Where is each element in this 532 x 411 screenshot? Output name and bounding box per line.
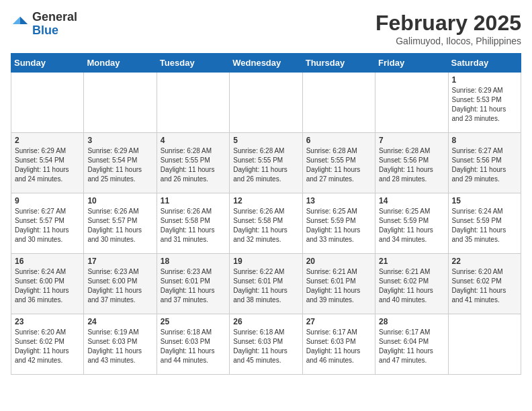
day-number: 11 <box>161 196 226 205</box>
col-header-thursday: Thursday <box>302 54 375 73</box>
calendar-cell: 19Sunrise: 6:22 AM Sunset: 6:01 PM Dayli… <box>230 254 302 314</box>
day-info: Sunrise: 6:28 AM Sunset: 5:55 PM Dayligh… <box>161 146 226 184</box>
calendar-cell: 8Sunrise: 6:27 AM Sunset: 5:56 PM Daylig… <box>448 133 521 193</box>
day-info: Sunrise: 6:29 AM Sunset: 5:53 PM Dayligh… <box>452 86 517 124</box>
day-info: Sunrise: 6:23 AM Sunset: 6:01 PM Dayligh… <box>161 267 226 305</box>
day-number: 24 <box>87 317 152 326</box>
calendar-cell: 13Sunrise: 6:25 AM Sunset: 5:59 PM Dayli… <box>302 193 375 254</box>
day-info: Sunrise: 6:24 AM Sunset: 6:00 PM Dayligh… <box>15 267 80 305</box>
day-info: Sunrise: 6:19 AM Sunset: 6:03 PM Dayligh… <box>87 328 152 365</box>
day-number: 4 <box>161 136 226 145</box>
col-header-monday: Monday <box>84 54 157 73</box>
calendar-week-row: 1Sunrise: 6:29 AM Sunset: 5:53 PM Daylig… <box>11 73 521 133</box>
day-number: 5 <box>233 136 298 145</box>
day-info: Sunrise: 6:22 AM Sunset: 6:01 PM Dayligh… <box>233 267 298 305</box>
calendar-header-row: SundayMondayTuesdayWednesdayThursdayFrid… <box>11 54 521 73</box>
day-number: 22 <box>452 257 517 266</box>
calendar-cell: 9Sunrise: 6:27 AM Sunset: 5:57 PM Daylig… <box>11 193 84 254</box>
day-number: 9 <box>15 196 80 205</box>
calendar-cell: 4Sunrise: 6:28 AM Sunset: 5:55 PM Daylig… <box>157 133 229 193</box>
day-number: 26 <box>233 317 298 326</box>
day-number: 25 <box>161 317 226 326</box>
day-info: Sunrise: 6:20 AM Sunset: 6:02 PM Dayligh… <box>15 328 80 365</box>
calendar-cell: 7Sunrise: 6:28 AM Sunset: 5:56 PM Daylig… <box>375 133 448 193</box>
day-number: 19 <box>233 257 298 266</box>
calendar-cell: 1Sunrise: 6:29 AM Sunset: 5:53 PM Daylig… <box>448 73 521 133</box>
calendar-cell: 22Sunrise: 6:20 AM Sunset: 6:02 PM Dayli… <box>448 254 521 314</box>
day-info: Sunrise: 6:23 AM Sunset: 6:00 PM Dayligh… <box>87 267 152 305</box>
col-header-tuesday: Tuesday <box>157 54 229 73</box>
col-header-friday: Friday <box>375 54 448 73</box>
svg-marker-0 <box>20 17 28 24</box>
day-info: Sunrise: 6:28 AM Sunset: 5:55 PM Dayligh… <box>233 146 298 184</box>
calendar-cell <box>375 73 448 133</box>
day-number: 14 <box>379 196 444 205</box>
day-number: 28 <box>379 317 444 326</box>
day-number: 21 <box>379 257 444 266</box>
day-info: Sunrise: 6:28 AM Sunset: 5:56 PM Dayligh… <box>379 146 444 184</box>
day-number: 6 <box>306 136 371 145</box>
calendar-cell: 10Sunrise: 6:26 AM Sunset: 5:57 PM Dayli… <box>84 193 157 254</box>
day-info: Sunrise: 6:25 AM Sunset: 5:59 PM Dayligh… <box>379 207 444 244</box>
day-info: Sunrise: 6:20 AM Sunset: 6:02 PM Dayligh… <box>452 267 517 305</box>
calendar-cell <box>157 73 229 133</box>
calendar-cell: 6Sunrise: 6:28 AM Sunset: 5:55 PM Daylig… <box>302 133 375 193</box>
calendar-cell: 24Sunrise: 6:19 AM Sunset: 6:03 PM Dayli… <box>84 314 157 375</box>
calendar-week-row: 2Sunrise: 6:29 AM Sunset: 5:54 PM Daylig… <box>11 133 521 193</box>
day-number: 16 <box>15 257 80 266</box>
page-subtitle: Galimuyod, Ilocos, Philippines <box>375 36 521 46</box>
day-number: 8 <box>452 136 517 145</box>
day-info: Sunrise: 6:26 AM Sunset: 5:58 PM Dayligh… <box>233 207 298 244</box>
calendar-cell: 18Sunrise: 6:23 AM Sunset: 6:01 PM Dayli… <box>157 254 229 314</box>
calendar-cell: 28Sunrise: 6:17 AM Sunset: 6:04 PM Dayli… <box>375 314 448 375</box>
day-info: Sunrise: 6:27 AM Sunset: 5:56 PM Dayligh… <box>452 146 517 184</box>
logo: General Blue <box>11 11 77 38</box>
day-info: Sunrise: 6:21 AM Sunset: 6:02 PM Dayligh… <box>379 267 444 305</box>
calendar-cell: 21Sunrise: 6:21 AM Sunset: 6:02 PM Dayli… <box>375 254 448 314</box>
calendar-cell: 25Sunrise: 6:18 AM Sunset: 6:03 PM Dayli… <box>157 314 229 375</box>
day-number: 13 <box>306 196 371 205</box>
calendar-cell: 26Sunrise: 6:18 AM Sunset: 6:03 PM Dayli… <box>230 314 302 375</box>
calendar-cell: 17Sunrise: 6:23 AM Sunset: 6:00 PM Dayli… <box>84 254 157 314</box>
calendar-cell <box>11 73 84 133</box>
calendar-cell: 12Sunrise: 6:26 AM Sunset: 5:58 PM Dayli… <box>230 193 302 254</box>
day-info: Sunrise: 6:29 AM Sunset: 5:54 PM Dayligh… <box>87 146 152 184</box>
calendar-cell: 27Sunrise: 6:17 AM Sunset: 6:03 PM Dayli… <box>302 314 375 375</box>
day-info: Sunrise: 6:29 AM Sunset: 5:54 PM Dayligh… <box>15 146 80 184</box>
calendar-cell: 23Sunrise: 6:20 AM Sunset: 6:02 PM Dayli… <box>11 314 84 375</box>
calendar-cell <box>302 73 375 133</box>
day-number: 15 <box>452 196 517 205</box>
calendar-cell: 5Sunrise: 6:28 AM Sunset: 5:55 PM Daylig… <box>230 133 302 193</box>
logo-blue: Blue <box>32 24 77 38</box>
calendar-cell <box>448 314 521 375</box>
calendar-table: SundayMondayTuesdayWednesdayThursdayFrid… <box>11 53 521 375</box>
calendar-week-row: 16Sunrise: 6:24 AM Sunset: 6:00 PM Dayli… <box>11 254 521 314</box>
day-number: 7 <box>379 136 444 145</box>
calendar-cell: 14Sunrise: 6:25 AM Sunset: 5:59 PM Dayli… <box>375 193 448 254</box>
day-info: Sunrise: 6:24 AM Sunset: 5:59 PM Dayligh… <box>452 207 517 244</box>
day-number: 18 <box>161 257 226 266</box>
day-info: Sunrise: 6:17 AM Sunset: 6:03 PM Dayligh… <box>306 328 371 365</box>
day-number: 23 <box>15 317 80 326</box>
calendar-cell: 11Sunrise: 6:26 AM Sunset: 5:58 PM Dayli… <box>157 193 229 254</box>
day-number: 1 <box>452 75 517 85</box>
day-info: Sunrise: 6:26 AM Sunset: 5:57 PM Dayligh… <box>87 207 152 244</box>
day-number: 3 <box>87 136 152 145</box>
day-info: Sunrise: 6:18 AM Sunset: 6:03 PM Dayligh… <box>161 328 226 365</box>
calendar-cell: 3Sunrise: 6:29 AM Sunset: 5:54 PM Daylig… <box>84 133 157 193</box>
title-block: February 2025 Galimuyod, Ilocos, Philipp… <box>375 11 521 46</box>
logo-icon <box>11 15 30 34</box>
calendar-week-row: 23Sunrise: 6:20 AM Sunset: 6:02 PM Dayli… <box>11 314 521 375</box>
svg-marker-1 <box>13 17 20 24</box>
page-title: February 2025 <box>375 11 521 36</box>
day-info: Sunrise: 6:17 AM Sunset: 6:04 PM Dayligh… <box>379 328 444 365</box>
day-info: Sunrise: 6:28 AM Sunset: 5:55 PM Dayligh… <box>306 146 371 184</box>
calendar-cell: 2Sunrise: 6:29 AM Sunset: 5:54 PM Daylig… <box>11 133 84 193</box>
calendar-cell: 20Sunrise: 6:21 AM Sunset: 6:01 PM Dayli… <box>302 254 375 314</box>
day-info: Sunrise: 6:27 AM Sunset: 5:57 PM Dayligh… <box>15 207 80 244</box>
calendar-cell <box>84 73 157 133</box>
calendar-cell: 15Sunrise: 6:24 AM Sunset: 5:59 PM Dayli… <box>448 193 521 254</box>
calendar-cell <box>230 73 302 133</box>
day-number: 12 <box>233 196 298 205</box>
day-number: 27 <box>306 317 371 326</box>
